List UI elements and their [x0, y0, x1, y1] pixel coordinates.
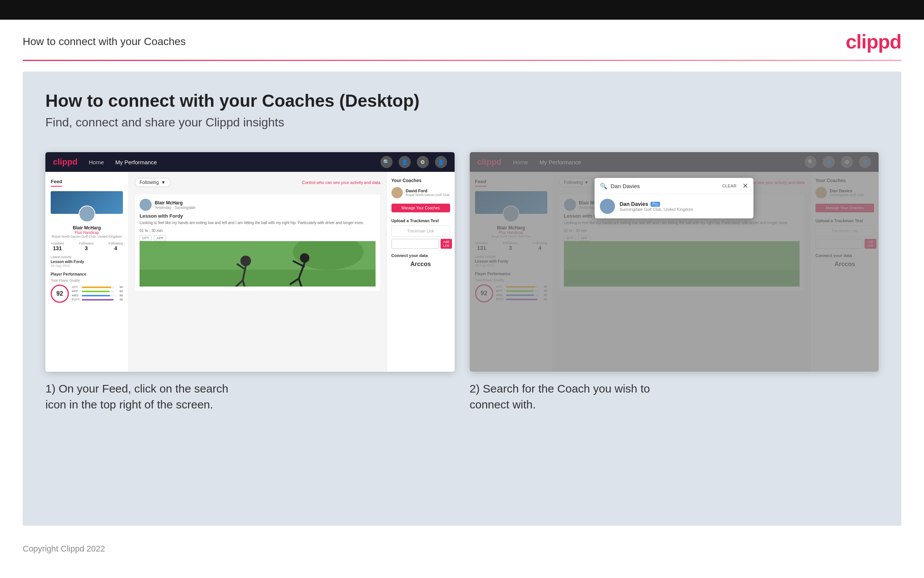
coach-club: Royal North Devon Golf Club	[406, 193, 450, 197]
avatar-icon[interactable]: 👤	[435, 156, 447, 168]
search-icon-overlay: 🔍	[600, 182, 607, 190]
following-stat: Following 4	[108, 242, 123, 251]
result-badge: Pro	[651, 202, 660, 207]
lesson-duration: 01 hr : 30 min	[139, 229, 375, 233]
profile-club: Royal North Devon Golf Club, United King…	[51, 235, 123, 239]
coaches-title: Your Coaches	[392, 178, 450, 183]
followers-stat: Followers 3	[79, 242, 94, 251]
nav-myperformance-1[interactable]: My Performance	[115, 159, 157, 166]
app-body-1: Feed Blair McHarg Plus Handicap Royal No…	[45, 172, 455, 372]
search-clear-button[interactable]: CLEAR	[722, 183, 736, 188]
activities-stat: Activities 131	[51, 242, 64, 251]
tag-ott: OTT	[139, 235, 152, 241]
screenshot-frame-2: clippd Home My Performance 🔍 👤 ⚙ 👤	[470, 152, 879, 372]
header: How to connect with your Coaches clippd	[0, 19, 924, 60]
main-heading: How to connect with your Coaches (Deskto…	[45, 91, 879, 111]
activity-date: 03 Aug 2022	[51, 264, 123, 268]
copyright: Copyright Clippd 2022	[23, 544, 105, 554]
lesson-poster-name: Blair McHarg	[155, 200, 196, 206]
screenshot-frame-1: clippd Home My Performance 🔍 👤 ⚙ 👤 Feed	[45, 152, 455, 372]
nav-logo-1: clippd	[53, 157, 78, 167]
app-nav-1: clippd Home My Performance 🔍 👤 ⚙ 👤	[45, 152, 455, 172]
svg-point-8	[241, 255, 251, 266]
lesson-tags: OTT APP	[139, 235, 375, 241]
coach-item: David Ford Royal North Devon Golf Club	[392, 187, 450, 198]
search-result-name: Dan Davies	[620, 201, 648, 207]
lesson-avatar	[139, 199, 152, 211]
player-perf-title: Player Performance	[51, 272, 123, 276]
main-subheading: Find, connect and share your Clippd insi…	[45, 115, 879, 130]
nav-icons-1: 🔍 👤 ⚙ 👤	[380, 156, 447, 168]
trackman-input-row: Add Link	[392, 239, 450, 249]
main-content: How to connect with your Coaches (Deskto…	[23, 71, 901, 526]
step2-label: 2) Search for the Coach you wish toconne…	[470, 381, 879, 412]
latest-activity-label: Latest Activity	[51, 255, 123, 259]
profile-avatar	[79, 206, 95, 222]
pq-bar-ott: OTT 90	[72, 286, 123, 289]
screenshot-panel-2: clippd Home My Performance 🔍 👤 ⚙ 👤	[470, 152, 879, 412]
stats-row: Activities 131 Followers 3 Following 4	[51, 242, 123, 251]
search-input-display[interactable]: Dan Davies	[610, 183, 719, 189]
pq-bars: OTT 90 APP 85	[72, 286, 123, 302]
screenshot2-base: clippd Home My Performance 🔍 👤 ⚙ 👤	[470, 152, 879, 372]
step1-label: 1) On your Feed, click on the searchicon…	[45, 381, 455, 412]
search-result-item[interactable]: Dan Davies Pro Sunningdale Golf Club, Un…	[595, 194, 753, 218]
lesson-meta: Yesterday · Sunningdale	[155, 206, 196, 210]
manage-coaches-button[interactable]: Manage Your Coaches	[392, 204, 450, 212]
search-input-row: 🔍 Dan Davies CLEAR ✕	[595, 178, 753, 194]
connect-title: Connect your data	[392, 253, 450, 258]
screenshots-row: clippd Home My Performance 🔍 👤 ⚙ 👤 Feed	[45, 152, 879, 412]
lesson-card-header: Blair McHarg Yesterday · Sunningdale	[139, 199, 375, 211]
player-perf: Player Performance Total Player Quality …	[51, 272, 123, 303]
pq-bar-app: APP 85	[72, 289, 123, 293]
tag-app: APP	[154, 235, 166, 241]
add-link-button[interactable]: Add Link	[441, 239, 452, 249]
following-button[interactable]: Following ▼	[135, 178, 171, 187]
user-icon[interactable]: 👤	[399, 156, 411, 168]
lesson-text: Looking to feel like my hands are exitin…	[139, 220, 375, 226]
search-bar-container: 🔍 Dan Davies CLEAR ✕ Dan Davies	[595, 178, 753, 218]
page-title: How to connect with your Coaches	[23, 36, 186, 48]
settings-icon[interactable]: ⚙	[417, 156, 429, 168]
control-activity-link[interactable]: Control who can see your activity and da…	[302, 180, 380, 185]
mid-panel-1: Following ▼ Control who can see your act…	[129, 172, 387, 372]
clippd-logo: clippd	[846, 30, 901, 53]
upload-section: Upload a Trackman Test Trackman Link Add…	[392, 218, 450, 249]
trackman-input[interactable]	[392, 239, 439, 249]
lesson-card: Blair McHarg Yesterday · Sunningdale Les…	[135, 194, 380, 291]
svg-rect-1	[139, 270, 375, 287]
profile-banner	[51, 191, 123, 214]
profile-name: Blair McHarg	[51, 225, 123, 231]
right-panel-1: Your Coaches David Ford Royal North Devo…	[387, 172, 455, 372]
search-result-club: Sunningdale Golf Club, United Kingdom	[620, 207, 693, 212]
pq-bar-arg: ARG 86	[72, 294, 123, 297]
footer: Copyright Clippd 2022	[0, 536, 924, 561]
search-icon[interactable]: 🔍	[380, 156, 393, 168]
activity-title: Lesson with Fordy	[51, 260, 123, 264]
arccos-logo: Arccos	[392, 261, 450, 268]
feed-tab[interactable]: Feed	[51, 179, 62, 187]
upload-title: Upload a Trackman Test	[392, 218, 450, 223]
search-close-button[interactable]: ✕	[743, 182, 748, 190]
search-overlay-container: 🔍 Dan Davies CLEAR ✕ Dan Davies	[470, 172, 879, 224]
svg-point-3	[300, 253, 309, 263]
header-divider	[23, 60, 901, 61]
golf-scene-image	[139, 241, 375, 287]
top-bar	[0, 0, 924, 19]
pq-score: 92	[51, 285, 69, 303]
trackman-placeholder: Trackman Link	[392, 225, 450, 237]
pq-bar-putt: PUTT 96	[72, 298, 123, 301]
nav-home-1[interactable]: Home	[89, 159, 104, 166]
screenshot-panel-1: clippd Home My Performance 🔍 👤 ⚙ 👤 Feed	[45, 152, 455, 412]
lesson-title: Lesson with Fordy	[139, 213, 375, 219]
pq-row: 92 OTT 90 APP	[51, 285, 123, 303]
coach-name: David Ford	[406, 188, 450, 193]
connect-section: Connect your data Arccos	[392, 253, 450, 268]
search-result-avatar	[600, 199, 615, 214]
coach-avatar	[392, 187, 403, 198]
left-panel-1: Feed Blair McHarg Plus Handicap Royal No…	[45, 172, 129, 372]
profile-hcp: Plus Handicap	[51, 231, 123, 235]
total-pq: Total Player Quality	[51, 279, 123, 283]
